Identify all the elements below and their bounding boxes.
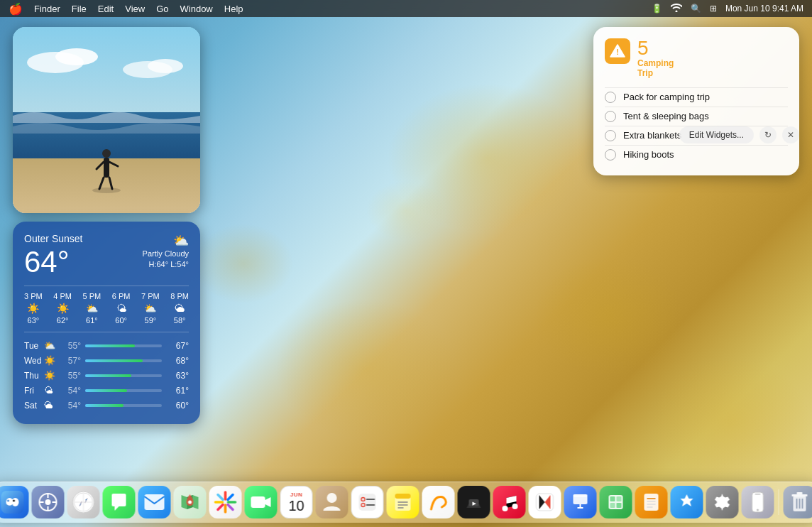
svg-rect-45: [574, 494, 588, 497]
dock-item-launchpad[interactable]: [32, 486, 65, 518]
hourly-item-0: 3 PM ☀️ 63°: [24, 292, 43, 325]
dock-item-pages[interactable]: [635, 486, 668, 518]
hourly-item-1: 4 PM ☀️ 62°: [53, 292, 72, 325]
control-center-icon[interactable]: ⊞: [710, 4, 717, 13]
reminder-checkbox-0[interactable]: [605, 92, 616, 103]
contacts-icon: [322, 491, 342, 514]
finder-icon: [1, 491, 24, 514]
hourly-item-5: 8 PM 🌥 58°: [170, 292, 189, 325]
dock-item-calendar[interactable]: JUN 10: [280, 486, 313, 518]
menubar-window[interactable]: Window: [180, 4, 213, 14]
dock-item-facetime[interactable]: [245, 486, 278, 518]
dock-item-maps[interactable]: [174, 486, 207, 518]
menubar: 🍎 Finder File Edit View Go Window Help 🔋…: [0, 0, 812, 17]
reminders-header: ! 5 Camping Trip: [605, 38, 788, 79]
reminder-item-3: Hiking boots: [605, 145, 788, 164]
forecast-row-4: Sat 🌥 54° 60°: [24, 398, 189, 413]
dock-item-reminders[interactable]: [351, 486, 384, 518]
svg-rect-22: [145, 494, 165, 510]
forecast-bar-0: [85, 344, 135, 347]
menubar-help[interactable]: Help: [224, 4, 243, 14]
edit-widgets-button[interactable]: Edit Widgets...: [679, 126, 754, 143]
dock-item-notes[interactable]: [387, 486, 419, 518]
reminders-app-icon: !: [605, 38, 630, 64]
menubar-go[interactable]: Go: [156, 4, 168, 14]
hourly-item-3: 6 PM 🌤 60°: [112, 292, 131, 325]
dock-item-news[interactable]: [529, 486, 561, 518]
dock-item-finder[interactable]: [0, 486, 29, 518]
warning-triangle-icon: !: [610, 43, 625, 59]
freeform-icon: [428, 491, 449, 513]
rotate-widget-button[interactable]: ↻: [759, 126, 777, 143]
reminders-count: 5: [637, 38, 674, 58]
weather-location: Outer Sunset: [24, 233, 83, 244]
datetime-display: Mon Jun 10 9:41 AM: [725, 4, 803, 13]
svg-point-41: [503, 506, 508, 511]
forecast-row-1: Wed ☀️ 57° 68°: [24, 353, 189, 368]
forecast-bar-2: [85, 374, 131, 377]
reminder-item-1: Tent & sleeping bags: [605, 107, 788, 126]
wifi-indicator: [671, 4, 682, 14]
appletv-icon: ▶: [463, 495, 485, 509]
svg-rect-0: [13, 27, 200, 126]
dock-item-photos[interactable]: [209, 486, 242, 518]
reminder-checkbox-1[interactable]: [605, 111, 616, 122]
weather-right: ⛅ Partly Cloudy H:64° L:54°: [143, 233, 189, 271]
weather-temp: 64°: [24, 246, 83, 278]
svg-point-9: [92, 188, 121, 193]
reminder-checkbox-3[interactable]: [605, 149, 616, 161]
svg-point-2: [55, 48, 98, 65]
apple-menu[interactable]: 🍎: [9, 2, 23, 16]
dock-item-iphone-mirroring[interactable]: [742, 486, 774, 518]
dock-item-messages[interactable]: [103, 486, 136, 518]
menubar-left: 🍎 Finder File Edit View Go Window Help: [9, 2, 243, 16]
weather-header: Outer Sunset 64° ⛅ Partly Cloudy H:64° L…: [24, 233, 189, 278]
mail-icon: [144, 494, 165, 511]
dock-item-settings[interactable]: [706, 486, 739, 518]
maps-icon: [180, 491, 201, 513]
dock-item-trash[interactable]: [784, 486, 813, 518]
svg-rect-50: [617, 496, 622, 501]
menubar-edit[interactable]: Edit: [98, 4, 114, 14]
svg-rect-26: [251, 496, 265, 508]
reminder-checkbox-2[interactable]: [605, 130, 616, 141]
weather-forecast: Tue ⛅ 55° 67° Wed ☀️ 57° 68° Thu ☀️ 55° …: [24, 332, 189, 413]
dock-item-appstore[interactable]: [671, 486, 703, 518]
menubar-right: 🔋 🔍 ⊞ Mon Jun 10 9:41 AM: [652, 4, 803, 14]
menubar-file[interactable]: File: [72, 4, 87, 14]
notes-icon: [393, 492, 413, 512]
appstore-icon: [677, 492, 697, 512]
keynote-icon: [571, 492, 591, 512]
close-widget-button[interactable]: ✕: [782, 126, 799, 143]
svg-rect-63: [792, 494, 808, 496]
menubar-finder[interactable]: Finder: [34, 4, 60, 14]
svg-rect-52: [617, 503, 622, 508]
search-menubar-icon[interactable]: 🔍: [691, 4, 701, 13]
dock-item-keynote[interactable]: [564, 486, 597, 518]
svg-point-28: [327, 493, 337, 503]
launchpad-icon: [38, 492, 58, 512]
svg-point-4: [148, 59, 183, 73]
weather-widget: Outer Sunset 64° ⛅ Partly Cloudy H:64° L…: [13, 222, 200, 424]
menubar-view[interactable]: View: [125, 4, 145, 14]
svg-point-14: [7, 500, 9, 502]
hourly-item-4: 7 PM ⛅ 59°: [141, 292, 160, 325]
dock-item-music[interactable]: [493, 486, 526, 518]
dock-item-numbers[interactable]: [600, 486, 632, 518]
calendar-month: JUN: [290, 491, 303, 498]
svg-point-7: [102, 149, 111, 158]
weather-description: Partly Cloudy H:64° L:54°: [143, 249, 189, 271]
reminder-text-0: Pack for camping trip: [623, 92, 710, 102]
reminders-widget: ! 5 Camping Trip Pack for camping trip T…: [593, 27, 799, 175]
dock-item-mail[interactable]: [138, 486, 171, 518]
reminder-text-3: Hiking boots: [623, 149, 674, 160]
dock-item-freeform[interactable]: [422, 486, 455, 518]
forecast-row-0: Tue ⛅ 55° 67°: [24, 338, 189, 353]
forecast-bar-4: [85, 404, 124, 407]
dock-item-safari[interactable]: [67, 486, 100, 518]
dock-item-contacts[interactable]: [316, 486, 349, 518]
dock-item-appletv[interactable]: ▶: [458, 486, 490, 518]
messages-icon: [109, 492, 129, 512]
hourly-item-2: 5 PM ⛅ 61°: [83, 292, 102, 325]
iphone-mirroring-icon: [752, 491, 764, 513]
